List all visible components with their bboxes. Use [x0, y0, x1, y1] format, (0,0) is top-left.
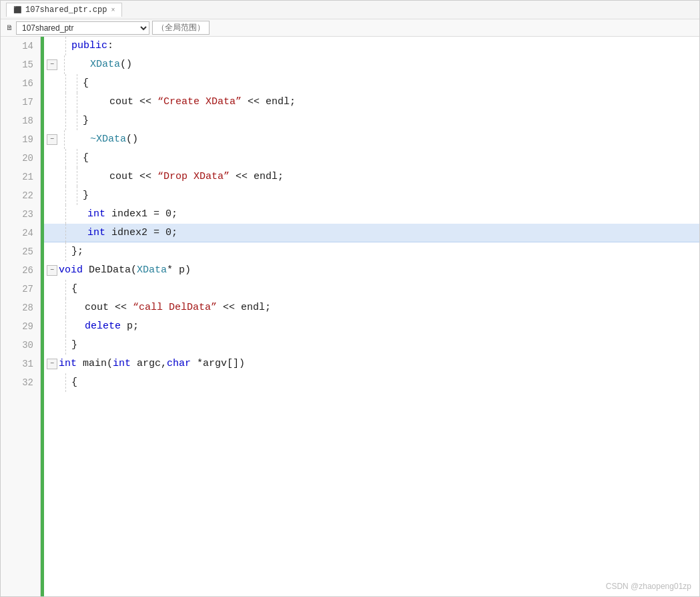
line-num-26: 26: [1, 261, 40, 280]
code-text: {: [71, 373, 77, 392]
line-num-24: 24: [1, 224, 40, 242]
code-line-22[interactable]: }: [44, 186, 699, 205]
line-num-16: 16: [1, 74, 40, 93]
code-text: };: [71, 242, 83, 261]
fold-button-26[interactable]: −: [47, 265, 57, 276]
code-line-25[interactable]: };: [44, 242, 699, 261]
code-text: cout <<: [109, 168, 157, 186]
code-line-23[interactable]: int index1 = 0;: [44, 205, 699, 224]
fold-button-19[interactable]: −: [47, 134, 57, 145]
code-text: int: [59, 355, 77, 373]
line-num-27: 27: [1, 280, 40, 298]
code-text: }: [83, 112, 89, 130]
line-num-22: 22: [1, 186, 40, 205]
code-line-14[interactable]: public:: [44, 37, 699, 55]
code-text: XData: [90, 55, 120, 74]
code-line-29[interactable]: delete p;: [44, 317, 699, 336]
code-line-26[interactable]: − void DelData(XData* p): [44, 261, 699, 280]
code-text: {: [71, 280, 77, 298]
code-line-17[interactable]: cout << “Create XData” << endl;: [44, 93, 699, 112]
code-text: int: [87, 224, 105, 242]
code-text: delete: [85, 317, 121, 336]
code-text: cout <<: [85, 298, 133, 317]
code-line-18[interactable]: }: [44, 112, 699, 130]
fold-button-31[interactable]: −: [47, 359, 57, 369]
line-num-21: 21: [1, 168, 40, 186]
code-line-15[interactable]: − XData(): [44, 55, 699, 74]
line-num-20: 20: [1, 149, 40, 168]
line-num-25: 25: [1, 242, 40, 261]
line-num-30: 30: [1, 336, 40, 355]
code-text: }: [71, 336, 77, 355]
code-text: ~XData: [90, 130, 126, 149]
code-text: cout <<: [109, 93, 157, 112]
code-content[interactable]: public: − XData(): [44, 37, 699, 596]
file-tab[interactable]: ⬛ 107shared_ptr.cpp ×: [6, 3, 122, 17]
fold-button-15[interactable]: −: [47, 59, 57, 70]
code-line-28[interactable]: cout << “call DelData” << endl;: [44, 298, 699, 317]
line-numbers: 14 15 16 17 18 19 20 21 22 23 24 25 26 2…: [1, 37, 41, 596]
line-num-18: 18: [1, 112, 40, 130]
line-num-19: 19: [1, 130, 40, 149]
code-line-30[interactable]: }: [44, 336, 699, 355]
line-num-17: 17: [1, 93, 40, 112]
line-num-32: 32: [1, 373, 40, 392]
line-num-15: 15: [1, 55, 40, 74]
code-line-31[interactable]: − int main(int argc,char *argv[]): [44, 355, 699, 373]
code-text: void: [59, 261, 83, 280]
code-line-21[interactable]: cout << “Drop XData” << endl;: [44, 168, 699, 186]
code-line-16[interactable]: {: [44, 74, 699, 93]
code-lines: public: − XData(): [44, 37, 699, 392]
code-line-24[interactable]: int idnex2 = 0;: [44, 224, 699, 242]
file-icon: ⬛: [13, 6, 21, 14]
code-line-32[interactable]: {: [44, 373, 699, 392]
editor-area: 14 15 16 17 18 19 20 21 22 23 24 25 26 2…: [1, 37, 699, 596]
title-bar: ⬛ 107shared_ptr.cpp ×: [1, 1, 699, 19]
code-line-27[interactable]: {: [44, 280, 699, 298]
line-num-31: 31: [1, 355, 40, 373]
code-text: }: [83, 186, 89, 205]
code-text: public: [71, 37, 107, 55]
symbol-dropdown[interactable]: 107shared_ptr: [16, 21, 149, 35]
watermark: CSDN @zhaopeng01zp: [606, 582, 691, 591]
main-window: ⬛ 107shared_ptr.cpp × 🗎 107shared_ptr （全…: [0, 0, 700, 597]
code-line-19[interactable]: − ~XData(): [44, 130, 699, 149]
code-text: {: [83, 149, 89, 168]
line-num-29: 29: [1, 317, 40, 336]
code-line-20[interactable]: {: [44, 149, 699, 168]
toolbar-left: 🗎 107shared_ptr （全局范围）: [6, 21, 694, 35]
file-toolbar-icon: 🗎: [6, 23, 13, 32]
toolbar: 🗎 107shared_ptr （全局范围）: [1, 19, 699, 37]
line-num-28: 28: [1, 298, 40, 317]
line-num-14: 14: [1, 37, 40, 55]
tab-close-button[interactable]: ×: [111, 7, 115, 14]
scope-label: （全局范围）: [152, 21, 210, 35]
code-text: int: [87, 205, 105, 224]
line-num-23: 23: [1, 205, 40, 224]
code-text: {: [83, 74, 89, 93]
tab-label: 107shared_ptr.cpp: [25, 5, 107, 15]
